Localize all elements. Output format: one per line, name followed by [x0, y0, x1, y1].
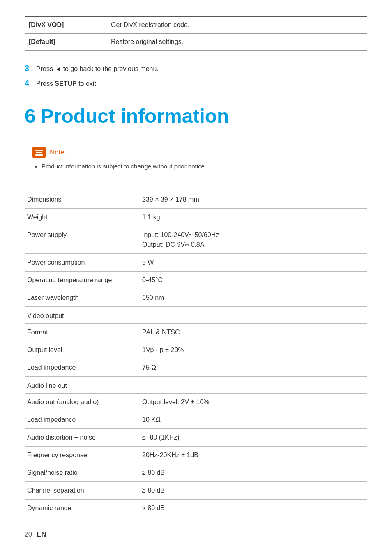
- spec-row: FormatPAL & NTSC: [25, 323, 367, 341]
- top-table-row: [Default]Restore original settings.: [25, 34, 367, 51]
- step-4: 4 Press SETUP to exit.: [25, 77, 367, 89]
- spec-value: 75 Ω: [140, 359, 367, 376]
- spec-key: Operating temperature range: [25, 271, 140, 289]
- spec-row: Video output: [25, 306, 367, 323]
- top-table-key: [Default]: [25, 34, 107, 51]
- spec-key: Power supply: [25, 226, 140, 253]
- section-number: 6: [25, 105, 36, 127]
- spec-value: 650 nm: [140, 289, 367, 306]
- spec-key: Dynamic range: [25, 499, 140, 517]
- spec-row: Operating temperature range0-45°C: [25, 271, 367, 289]
- note-content: Product information is subject to change…: [32, 162, 360, 171]
- spec-key: Load impedance: [25, 411, 140, 428]
- spec-row: Dynamic range≥ 80 dB: [25, 499, 367, 517]
- spec-key: Frequency response: [25, 446, 140, 464]
- spec-value: 9 W: [140, 253, 367, 271]
- footer-page-num: 20: [25, 530, 32, 539]
- spec-value: 10 KΩ: [140, 411, 367, 428]
- spec-value: ≥ 80 dB: [140, 499, 367, 517]
- spec-table: Dimensions239 × 39 × 178 mmWeight1.1 kgP…: [25, 191, 367, 517]
- spec-row: Weight1.1 kg: [25, 208, 367, 226]
- spec-value: ≤ -80 (1KHz): [140, 428, 367, 446]
- spec-value: Output level: 2V ± 10%: [140, 393, 367, 411]
- spec-row: Frequency response20Hz-20KHz ± 1dB: [25, 446, 367, 464]
- spec-row: Dimensions239 × 39 × 178 mm: [25, 191, 367, 208]
- spec-value: ≥ 80 dB: [140, 481, 367, 499]
- note-item: Product information is subject to change…: [42, 162, 360, 171]
- spec-row: Output level1Vp - p ± 20%: [25, 341, 367, 359]
- spec-key: Dimensions: [25, 191, 140, 208]
- spec-row: Power consumption9 W: [25, 253, 367, 271]
- spec-row: Audio out (analog audio)Output level: 2V…: [25, 393, 367, 411]
- spec-value: PAL & NTSC: [140, 323, 367, 341]
- spec-key: Audio distortion + noise: [25, 428, 140, 446]
- spec-value: ≥ 80 dB: [140, 464, 367, 481]
- step-3-num: 3: [25, 62, 36, 74]
- spec-row: Load impedance75 Ω: [25, 359, 367, 376]
- spec-row: Audio distortion + noise≤ -80 (1KHz): [25, 428, 367, 446]
- step-3: 3 Press ◄ to go back to the previous men…: [25, 62, 367, 74]
- spec-value: 20Hz-20KHz ± 1dB: [140, 446, 367, 464]
- spec-section-label: Audio line out: [25, 376, 367, 393]
- note-icon: [32, 147, 46, 158]
- spec-value: 0-45°C: [140, 271, 367, 289]
- spec-value: 239 × 39 × 178 mm: [140, 191, 367, 208]
- divx-default-table: [DivX VOD]Get DivX registration code.[De…: [25, 16, 367, 51]
- spec-value: Input: 100-240V~ 50/60HzOutput: DC 9V⎓ 0…: [140, 226, 367, 253]
- top-table-row: [DivX VOD]Get DivX registration code.: [25, 17, 367, 34]
- spec-value: 1.1 kg: [140, 208, 367, 226]
- spec-key: Signal/noise ratio: [25, 464, 140, 481]
- note-header: Note: [32, 147, 360, 158]
- step-4-num: 4: [25, 77, 36, 89]
- section-heading: 6Product information: [25, 101, 367, 131]
- spec-key: Format: [25, 323, 140, 341]
- spec-value: 1Vp - p ± 20%: [140, 341, 367, 359]
- step-4-text: Press SETUP to exit.: [36, 79, 98, 89]
- top-table-value: Restore original settings.: [107, 34, 367, 51]
- step-3-text: Press ◄ to go back to the previous menu.: [36, 64, 159, 74]
- spec-row: Power supplyInput: 100-240V~ 50/60HzOutp…: [25, 226, 367, 253]
- spec-row: Laser wavelength650 nm: [25, 289, 367, 306]
- spec-key: Channel separation: [25, 481, 140, 499]
- spec-key: Power consumption: [25, 253, 140, 271]
- spec-section-label: Video output: [25, 306, 367, 323]
- top-table-key: [DivX VOD]: [25, 17, 107, 34]
- spec-key: Load impedance: [25, 359, 140, 376]
- footer-lang: EN: [37, 530, 46, 539]
- spec-key: Output level: [25, 341, 140, 359]
- spec-key: Weight: [25, 208, 140, 226]
- section-title: Product information: [41, 105, 229, 127]
- spec-row: Channel separation≥ 80 dB: [25, 481, 367, 499]
- spec-row: Audio line out: [25, 376, 367, 393]
- spec-row: Signal/noise ratio≥ 80 dB: [25, 464, 367, 481]
- spec-row: Load impedance10 KΩ: [25, 411, 367, 428]
- spec-key: Laser wavelength: [25, 289, 140, 306]
- spec-key: Audio out (analog audio): [25, 393, 140, 411]
- top-table-value: Get DivX registration code.: [107, 17, 367, 34]
- note-label: Note: [50, 147, 65, 158]
- steps-section: 3 Press ◄ to go back to the previous men…: [25, 62, 367, 89]
- footer: 20 EN: [25, 530, 367, 539]
- note-box: Note Product information is subject to c…: [25, 141, 367, 178]
